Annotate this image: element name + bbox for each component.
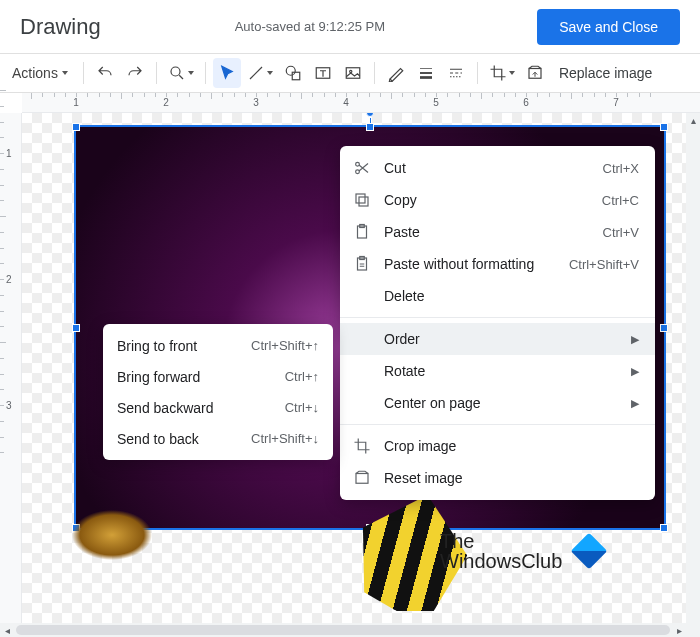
select-tool-button[interactable] (213, 58, 241, 88)
watermark-line1: The (440, 531, 562, 551)
crop-icon (352, 437, 372, 455)
order-submenu: Bring to front Ctrl+Shift+↑ Bring forwar… (103, 324, 333, 460)
svg-point-1 (286, 66, 295, 75)
menu-separator (340, 424, 655, 425)
resize-handle-br[interactable] (660, 524, 668, 532)
resize-handle-l[interactable] (72, 324, 80, 332)
menu-item-delete[interactable]: Delete (340, 280, 655, 312)
context-menu: Cut Ctrl+X Copy Ctrl+C Paste Ctrl+V Past… (340, 146, 655, 500)
watermark-line2: WindowsClub (440, 551, 562, 571)
scrollbar-corner (686, 623, 700, 637)
svg-rect-4 (346, 68, 360, 79)
line-tool-button[interactable] (243, 58, 277, 88)
actions-menu-button[interactable]: Actions (4, 58, 76, 88)
border-color-button[interactable] (382, 58, 410, 88)
submenu-item-send-to-back[interactable]: Send to back Ctrl+Shift+↓ (103, 423, 333, 454)
scroll-left-icon[interactable]: ◂ (0, 625, 14, 636)
undo-button[interactable] (91, 58, 119, 88)
menu-item-paste-without-formatting[interactable]: Paste without formatting Ctrl+Shift+V (340, 248, 655, 280)
vertical-scrollbar[interactable]: ▴ (686, 113, 700, 623)
save-and-close-button[interactable]: Save and Close (537, 9, 680, 45)
autosave-status: Auto-saved at 9:12:25 PM (125, 19, 537, 34)
menu-item-crop-image[interactable]: Crop image (340, 430, 655, 462)
dialog-title: Drawing (20, 14, 101, 40)
submenu-item-bring-to-front[interactable]: Bring to front Ctrl+Shift+↑ (103, 330, 333, 361)
canvas-bee-image (40, 499, 160, 589)
border-weight-button[interactable] (412, 58, 440, 88)
dialog-header: Drawing Auto-saved at 9:12:25 PM Save an… (0, 0, 700, 54)
redo-button[interactable] (121, 58, 149, 88)
paste-plain-icon (352, 255, 372, 273)
watermark-logo-icon (571, 533, 608, 570)
horizontal-scrollbar[interactable]: ◂ ▸ (0, 623, 686, 637)
submenu-arrow-icon: ▶ (631, 365, 639, 378)
submenu-arrow-icon: ▶ (631, 333, 639, 346)
textbox-tool-button[interactable] (309, 58, 337, 88)
reset-image-button[interactable] (521, 58, 549, 88)
svg-rect-15 (356, 474, 368, 484)
submenu-arrow-icon: ▶ (631, 397, 639, 410)
resize-handle-t[interactable] (366, 123, 374, 131)
menu-item-center-on-page[interactable]: Center on page ▶ (340, 387, 655, 419)
scroll-right-icon[interactable]: ▸ (672, 625, 686, 636)
crop-button[interactable] (485, 58, 519, 88)
border-dash-button[interactable] (442, 58, 470, 88)
menu-item-reset-image[interactable]: Reset image (340, 462, 655, 494)
menu-item-paste[interactable]: Paste Ctrl+V (340, 216, 655, 248)
toolbar: Actions Replace image (0, 54, 700, 93)
copy-icon (352, 191, 372, 209)
scroll-track[interactable] (16, 625, 670, 635)
resize-handle-r[interactable] (660, 324, 668, 332)
image-tool-button[interactable] (339, 58, 367, 88)
vertical-ruler: 123 (0, 113, 22, 623)
reset-image-icon (352, 469, 372, 487)
menu-item-order[interactable]: Order ▶ (340, 323, 655, 355)
cut-icon (352, 159, 372, 177)
resize-handle-tr[interactable] (660, 123, 668, 131)
menu-item-rotate[interactable]: Rotate ▶ (340, 355, 655, 387)
svg-rect-2 (292, 72, 300, 80)
horizontal-ruler: 1234567 (22, 93, 700, 113)
svg-rect-10 (356, 194, 365, 203)
watermark: The WindowsClub (440, 531, 602, 571)
submenu-item-send-backward[interactable]: Send backward Ctrl+↓ (103, 392, 333, 423)
rotation-handle[interactable] (366, 113, 374, 117)
scroll-up-icon[interactable]: ▴ (686, 113, 700, 127)
menu-item-copy[interactable]: Copy Ctrl+C (340, 184, 655, 216)
svg-point-0 (171, 67, 180, 76)
shape-tool-button[interactable] (279, 58, 307, 88)
menu-separator (340, 317, 655, 318)
paste-icon (352, 223, 372, 241)
resize-handle-tl[interactable] (72, 123, 80, 131)
replace-image-button[interactable]: Replace image (553, 65, 658, 81)
svg-rect-9 (359, 197, 368, 206)
menu-item-cut[interactable]: Cut Ctrl+X (340, 152, 655, 184)
submenu-item-bring-forward[interactable]: Bring forward Ctrl+↑ (103, 361, 333, 392)
zoom-button[interactable] (164, 58, 198, 88)
